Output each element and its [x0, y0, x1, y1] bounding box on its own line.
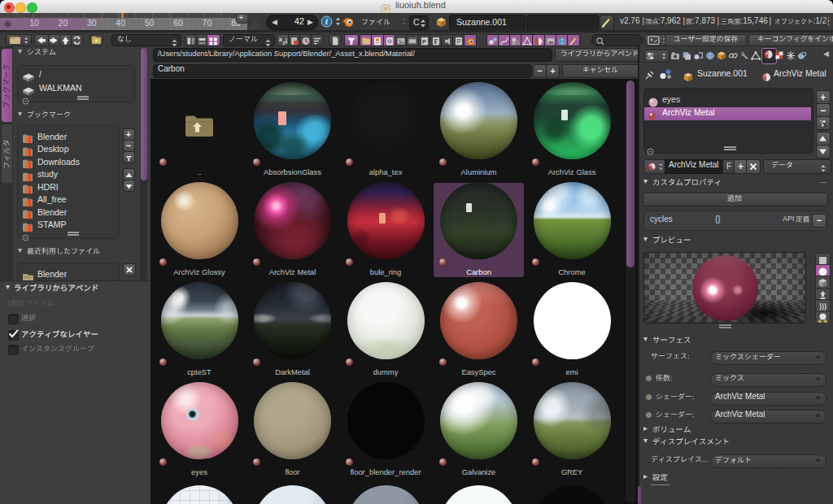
svg-text:i: i [325, 17, 328, 26]
svg-text:P: P [422, 38, 426, 44]
svg-text:a: a [279, 37, 282, 42]
svg-text:F: F [434, 37, 438, 45]
svg-text:z: z [283, 40, 286, 46]
